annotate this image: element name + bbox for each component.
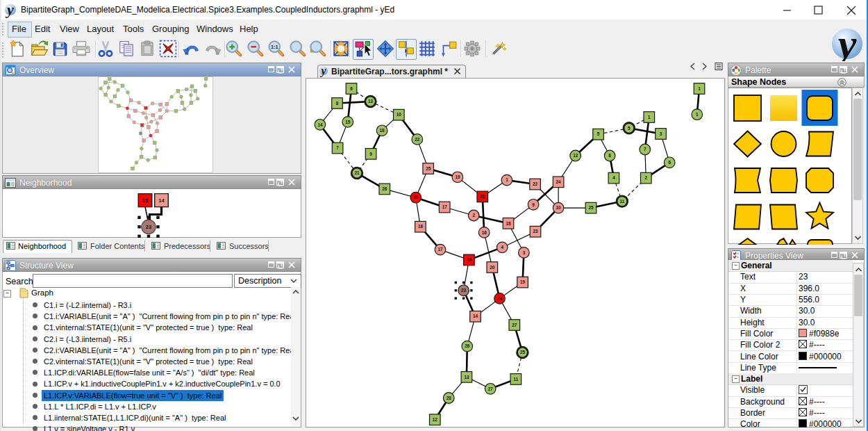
svg-text:12: 12 bbox=[573, 153, 578, 158]
svg-text:3: 3 bbox=[660, 131, 662, 136]
svg-text:14: 14 bbox=[473, 314, 478, 318]
svg-text:21: 21 bbox=[354, 170, 360, 175]
svg-text:6: 6 bbox=[668, 160, 671, 165]
svg-text:7: 7 bbox=[644, 147, 646, 152]
svg-text:28: 28 bbox=[446, 396, 452, 400]
svg-text:13: 13 bbox=[464, 375, 469, 380]
svg-text:10: 10 bbox=[556, 205, 562, 210]
svg-text:18: 18 bbox=[506, 221, 511, 226]
svg-text:18: 18 bbox=[380, 128, 385, 133]
svg-text:2: 2 bbox=[472, 213, 475, 218]
svg-text:26: 26 bbox=[465, 343, 470, 348]
svg-text:2: 2 bbox=[645, 175, 648, 180]
svg-text:1: 1 bbox=[698, 86, 701, 91]
svg-text:16: 16 bbox=[482, 230, 487, 235]
svg-text:23: 23 bbox=[461, 288, 467, 293]
svg-text:15: 15 bbox=[467, 257, 472, 262]
svg-text:23: 23 bbox=[146, 224, 151, 230]
svg-text:17: 17 bbox=[437, 247, 443, 252]
svg-text:8: 8 bbox=[336, 101, 339, 106]
svg-text:19: 19 bbox=[520, 279, 526, 284]
svg-text:1: 1 bbox=[648, 115, 651, 120]
svg-text:1: 1 bbox=[696, 112, 699, 117]
svg-text:8: 8 bbox=[608, 153, 611, 158]
svg-text:1:1: 1:1 bbox=[271, 44, 278, 50]
svg-text:27: 27 bbox=[512, 323, 517, 327]
svg-text:26: 26 bbox=[382, 186, 387, 191]
svg-text:10: 10 bbox=[397, 112, 402, 117]
svg-text:15: 15 bbox=[345, 120, 351, 124]
svg-text:16: 16 bbox=[418, 224, 424, 229]
svg-text:25: 25 bbox=[520, 350, 526, 355]
svg-text:17: 17 bbox=[442, 204, 448, 209]
svg-text:24: 24 bbox=[497, 296, 503, 301]
svg-text:9: 9 bbox=[369, 152, 372, 156]
svg-text:9: 9 bbox=[532, 202, 535, 207]
svg-text:11: 11 bbox=[620, 199, 625, 204]
svg-text:5: 5 bbox=[628, 126, 631, 131]
svg-text:27: 27 bbox=[488, 387, 494, 391]
svg-text:25: 25 bbox=[588, 205, 594, 210]
svg-text:20: 20 bbox=[490, 265, 495, 270]
svg-text:19: 19 bbox=[455, 174, 460, 179]
svg-text:25: 25 bbox=[426, 166, 431, 171]
svg-text:4: 4 bbox=[501, 245, 503, 250]
svg-text:7: 7 bbox=[336, 145, 339, 150]
svg-text:5: 5 bbox=[597, 131, 600, 136]
svg-text:21: 21 bbox=[480, 194, 485, 199]
svg-text:11: 11 bbox=[514, 377, 519, 382]
svg-text:1: 1 bbox=[506, 177, 508, 182]
svg-text:3: 3 bbox=[523, 250, 526, 255]
svg-text:14: 14 bbox=[158, 197, 165, 204]
svg-text:22: 22 bbox=[533, 181, 538, 186]
svg-text:12: 12 bbox=[433, 417, 438, 422]
svg-text:14: 14 bbox=[317, 122, 323, 127]
svg-text:24: 24 bbox=[556, 179, 562, 184]
svg-text:20: 20 bbox=[413, 195, 419, 200]
svg-text:15: 15 bbox=[142, 197, 148, 204]
svg-text:6: 6 bbox=[350, 86, 353, 91]
svg-text:23: 23 bbox=[533, 229, 538, 234]
svg-text:22: 22 bbox=[415, 137, 420, 142]
svg-text:y: y bbox=[319, 65, 326, 77]
svg-text:13: 13 bbox=[368, 99, 374, 104]
svg-text:4: 4 bbox=[612, 175, 615, 180]
